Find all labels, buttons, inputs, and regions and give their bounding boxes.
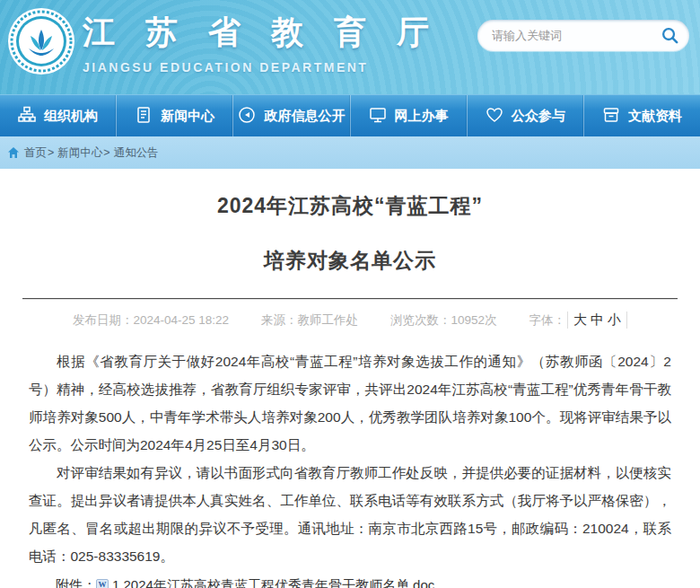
site-logo-icon	[7, 7, 75, 75]
view-count: 浏览次数：10952次	[390, 312, 497, 329]
main-nav: 组织机构 新闻中心 政府信息公开 网上办事	[0, 94, 700, 136]
source-label: 来源：	[261, 312, 298, 329]
archive-icon	[602, 106, 620, 127]
nav-label: 组织机构	[44, 108, 98, 125]
views-value: 10952次	[451, 312, 497, 329]
nav-label: 文献资料	[628, 108, 682, 125]
site-title: 江 苏 省 教 育 厅	[83, 11, 440, 55]
breadcrumb-notices[interactable]: 通知公告	[114, 145, 159, 161]
breadcrumb: 首页 > 新闻中心 > 通知公告	[0, 136, 700, 169]
publish-date-value: 2024-04-25 18:22	[133, 313, 229, 327]
font-size-small-button[interactable]: 小	[606, 312, 623, 329]
title-divider	[22, 298, 678, 300]
font-label: 字体：	[529, 312, 566, 329]
breadcrumb-news-center[interactable]: 新闻中心	[57, 145, 102, 161]
news-icon	[135, 106, 153, 127]
nav-item-online-service[interactable]: 网上办事	[351, 95, 468, 136]
paragraph-2: 对评审结果如有异议，请以书面形式向省教育厅教师工作处反映，并提供必要的证据材料，…	[29, 459, 671, 570]
publish-date-label: 发布日期：	[73, 312, 134, 329]
page-title-line2: 培养对象名单公示	[0, 220, 700, 275]
nav-item-organization[interactable]: 组织机构	[0, 95, 117, 136]
nav-label: 网上办事	[395, 108, 449, 125]
search-box[interactable]	[477, 20, 689, 51]
font-size-large-button[interactable]: 大	[572, 312, 589, 329]
nav-item-gov-info[interactable]: 政府信息公开	[233, 95, 350, 136]
brand-block: 江 苏 省 教 育 厅 JIANGSU EDUCATION DEPARTMENT	[83, 11, 440, 75]
article-meta: 发布日期：2024-04-25 18:22 来源：教师工作处 浏览次数：1095…	[0, 312, 700, 329]
nav-item-documents[interactable]: 文献资料	[584, 95, 700, 136]
org-chart-icon	[18, 106, 36, 127]
word-doc-icon: W	[96, 579, 109, 588]
views-label: 浏览次数：	[390, 312, 451, 329]
article-content: 2024年江苏高校“青蓝工程” 培养对象名单公示 发布日期：2024-04-25…	[0, 169, 700, 588]
font-size-control: 字体： 大 中 小	[529, 312, 628, 329]
attachment-link-1[interactable]: 1.2024年江苏高校青蓝工程优秀青年骨干教师名单.doc	[112, 575, 434, 588]
breadcrumb-separator: >	[48, 146, 54, 159]
source-value: 教师工作处	[298, 312, 359, 329]
info-disclosure-icon	[238, 106, 256, 127]
font-size-buttons: 大 中 小	[567, 312, 627, 329]
font-size-medium-button[interactable]: 中	[589, 312, 606, 329]
attachments-label: 附件：	[56, 575, 96, 588]
source: 来源：教师工作处	[261, 312, 358, 329]
breadcrumb-home[interactable]: 首页	[24, 145, 47, 161]
heart-icon	[486, 106, 503, 127]
nav-label: 新闻中心	[161, 108, 214, 125]
home-icon	[7, 146, 20, 159]
publish-date: 发布日期：2024-04-25 18:22	[73, 312, 229, 329]
breadcrumb-separator: >	[103, 146, 109, 159]
page-title-line1: 2024年江苏高校“青蓝工程”	[0, 169, 700, 220]
site-subtitle: JIANGSU EDUCATION DEPARTMENT	[83, 60, 440, 75]
nav-item-public-participation[interactable]: 公众参与	[468, 95, 584, 136]
paragraph-1: 根据《省教育厅关于做好2024年高校“青蓝工程”培养对象选拔工作的通知》（苏教师…	[29, 347, 671, 459]
nav-item-news[interactable]: 新闻中心	[117, 95, 233, 136]
nav-label: 公众参与	[512, 108, 565, 125]
article-body: 根据《省教育厅关于做好2024年高校“青蓝工程”培养对象选拔工作的通知》（苏教师…	[29, 347, 671, 570]
attachments-block: 附件： W 1.2024年江苏高校青蓝工程优秀青年骨干教师名单.doc W 2.…	[29, 575, 671, 588]
online-service-icon	[369, 106, 387, 127]
search-icon[interactable]	[659, 25, 680, 47]
search-input[interactable]	[492, 29, 659, 42]
nav-label: 政府信息公开	[264, 108, 345, 125]
attachment-row: 附件： W 1.2024年江苏高校青蓝工程优秀青年骨干教师名单.doc	[29, 575, 671, 588]
site-header: 江 苏 省 教 育 厅 JIANGSU EDUCATION DEPARTMENT	[0, 0, 700, 94]
